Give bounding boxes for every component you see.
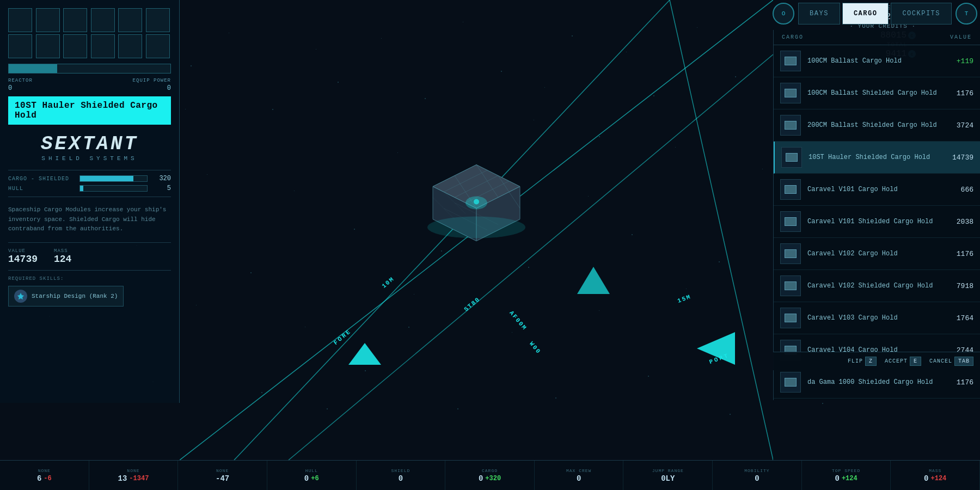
- tab-cockpits[interactable]: COCKPITS: [891, 3, 952, 24]
- ship-slot-9[interactable]: [63, 34, 87, 58]
- cargo-list-item[interactable]: 200CM Ballast Shielded Cargo Hold3724: [774, 109, 980, 142]
- stat-col-delta: +6: [311, 475, 318, 482]
- value-amount: 14739: [8, 254, 38, 265]
- power-bar-fill: [9, 64, 57, 73]
- divider-4: [8, 270, 171, 271]
- cargo-item-icon: [780, 83, 801, 103]
- ship-slot-3[interactable]: [63, 8, 87, 32]
- cargo-list[interactable]: 100CM Ballast Cargo Hold+119100CM Ballas…: [774, 45, 980, 400]
- cargo-item-icon: [780, 211, 801, 232]
- brand-name: SEXTANT: [8, 133, 171, 155]
- stat-col-value: 0: [924, 474, 928, 483]
- cargo-list-item[interactable]: Caravel V102 Cargo Hold1176: [774, 238, 980, 270]
- equip-power-value: 0: [167, 84, 171, 92]
- skill-name: Starship Design (Rank 2): [32, 293, 118, 299]
- cargo-stat-row: CARGO - SHIELDED 320: [8, 175, 171, 182]
- value-mass-row: VALUE 14739 MASS 124: [8, 248, 171, 265]
- cargo-list-item[interactable]: Caravel V103 Cargo Hold1764: [774, 302, 980, 334]
- svg-line-64: [289, 54, 773, 460]
- svg-line-67: [670, 0, 773, 460]
- stat-col-mass: MASS0+124: [891, 461, 980, 490]
- cargo-item-name: 10ST Hauler Shielded Cargo Hold: [808, 153, 944, 162]
- cargo-item-name: Caravel V102 Cargo Hold: [807, 249, 944, 259]
- cargo-stat-bar: [79, 175, 148, 182]
- ship-3d-model: [389, 132, 564, 254]
- cargo-item-value: 1764: [944, 314, 973, 322]
- cargo-list-item[interactable]: Caravel V102 Shielded Cargo Hold7918: [774, 270, 980, 302]
- svg-rect-54: [822, 403, 823, 404]
- stat-col-label: NONE: [216, 468, 229, 473]
- cargo-list-header: CARGO VALUE: [774, 30, 980, 45]
- svg-marker-70: [577, 267, 610, 294]
- equip-power-label: EQUIP POWER: [133, 78, 171, 83]
- cargo-list-item[interactable]: Caravel V101 Cargo Hold666: [774, 174, 980, 206]
- ship-slot-6[interactable]: [146, 8, 170, 32]
- stat-col-label: TOP SPEED: [832, 468, 860, 473]
- cargo-item-icon: [780, 275, 801, 296]
- nav-circle-left[interactable]: O: [773, 3, 794, 24]
- stat-col-delta: +124: [931, 475, 947, 482]
- starship-design-icon: [14, 290, 27, 303]
- svg-point-86: [474, 199, 479, 204]
- flip-label: FLIP: [848, 358, 863, 364]
- cargo-item-value: 1176: [944, 89, 973, 97]
- tab-cargo[interactable]: CARGO: [842, 3, 889, 24]
- stat-col-delta: +124: [842, 475, 857, 482]
- cargo-item-icon: [780, 372, 801, 393]
- cancel-label: CANCEL: [929, 358, 952, 364]
- cargo-item-name: da Gama 1000 Shielded Cargo Hold: [807, 378, 944, 387]
- bottom-actions: FLIP Z ACCEPT E CANCEL TAB: [773, 352, 980, 370]
- stat-col-hull: HULL0+6: [267, 461, 357, 490]
- cargo-item-value: 7918: [944, 282, 973, 290]
- stat-col-label: NONE: [38, 468, 51, 473]
- ship-slot-7[interactable]: [8, 34, 32, 58]
- stat-col-label: CARGO: [482, 468, 498, 473]
- brand-logo: SEXTANT SHIELD SYSTEMS: [8, 133, 171, 162]
- ship-slot-grid: [8, 8, 171, 58]
- stat-col-value: 0: [399, 474, 403, 483]
- ship-slot-4[interactable]: [91, 8, 115, 32]
- ship-slot-11[interactable]: [118, 34, 142, 58]
- svg-marker-88: [17, 293, 24, 299]
- cargo-item-name: 100CM Ballast Shielded Cargo Hold: [807, 89, 944, 98]
- tab-bays[interactable]: BAYS: [798, 3, 840, 24]
- hull-stat-value: 5: [152, 185, 171, 192]
- required-skills-label: REQUIRED SKILLS:: [8, 276, 171, 281]
- cargo-stat-value: 320: [152, 175, 171, 182]
- cancel-button[interactable]: CANCEL TAB: [929, 357, 973, 366]
- cargo-list-item[interactable]: Caravel V101 Shielded Cargo Hold2038: [774, 206, 980, 238]
- hull-stat-bar: [79, 185, 148, 192]
- stat-col-label: HULL: [305, 468, 318, 473]
- stat-col-none: NONE13-1347: [89, 461, 179, 490]
- ship-slot-1[interactable]: [8, 8, 32, 32]
- cargo-list-item[interactable]: da Gama 1000 Shielded Cargo Hold1176: [774, 366, 980, 399]
- ship-slot-10[interactable]: [91, 34, 115, 58]
- hull-stat-row: HULL 5: [8, 185, 171, 192]
- cargo-item-value: 3724: [944, 121, 973, 130]
- cargo-item-icon: [780, 115, 801, 136]
- value-label: VALUE: [8, 248, 38, 254]
- left-panel: REACTOR EQUIP POWER 0 0 10ST Hauler Shie…: [0, 0, 180, 403]
- nav-circle-right[interactable]: T: [955, 3, 977, 24]
- ship-slot-5[interactable]: [118, 8, 142, 32]
- ship-slot-2[interactable]: [36, 8, 60, 32]
- bottom-stats-bar: NONE6-6NONE13-1347NONE-47HULL0+6SHIELD0C…: [0, 460, 980, 490]
- stat-col-label: SHIELD: [391, 468, 410, 473]
- stat-col-delta: -1347: [129, 475, 149, 482]
- cargo-item-value: 1176: [944, 250, 973, 258]
- stat-col-label: NONE: [127, 468, 139, 473]
- ship-slot-12[interactable]: [146, 34, 170, 58]
- ship-slot-8[interactable]: [36, 34, 60, 58]
- top-nav: O BAYS CARGO COCKPITS T: [770, 0, 980, 27]
- cargo-list-item[interactable]: 10ST Hauler Shielded Cargo Hold14739: [774, 142, 980, 174]
- cargo-item-value: 666: [944, 186, 973, 194]
- cargo-list-item[interactable]: 100CM Ballast Shielded Cargo Hold1176: [774, 77, 980, 109]
- cargo-header-label: CARGO: [782, 34, 804, 40]
- cargo-list-item[interactable]: 100CM Ballast Cargo Hold+119: [774, 45, 980, 77]
- cancel-key: TAB: [954, 357, 973, 366]
- cargo-item-icon: [780, 243, 801, 264]
- flip-button[interactable]: FLIP Z: [848, 357, 877, 366]
- accept-button[interactable]: ACCEPT E: [885, 357, 921, 366]
- skill-badge: Starship Design (Rank 2): [8, 286, 124, 307]
- power-bar: [8, 64, 171, 74]
